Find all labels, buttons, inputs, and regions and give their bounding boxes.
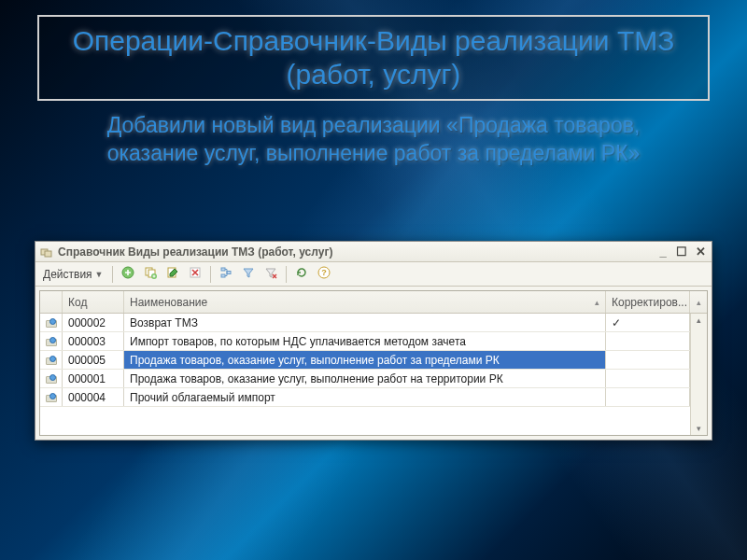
cell-correction [606,332,690,350]
grid-header: Код Наименование▴ Корректиров... ▴ [40,291,707,314]
scroll-down-icon[interactable]: ▾ [695,422,703,435]
chevron-up-icon: ▴ [697,298,701,307]
cell-code: 000004 [63,388,124,406]
window-title: Справочник Виды реализации ТМЗ (работ, у… [58,245,655,259]
row-marker [40,332,63,350]
svg-rect-1 [45,251,51,257]
toolbar-separator [286,266,287,283]
item-icon [46,374,56,384]
delete-x-icon [189,266,202,282]
pencil-icon [166,266,179,282]
slide-subtitle: Добавили новый вид реализации «Продажа т… [75,112,672,168]
app-icon [39,245,54,259]
delete-button[interactable] [185,264,205,285]
item-icon [46,393,56,402]
hierarchy-icon [219,266,233,282]
row-marker [40,388,63,406]
column-marker[interactable] [40,291,63,313]
cell-name: Прочий облагаемый импорт [124,388,606,406]
table-row[interactable]: 000003Импорт товаров, по которым НДС упл… [40,332,707,351]
cell-name: Продажа товаров, оказание услуг, выполне… [124,370,606,387]
row-marker [40,351,63,369]
cell-code: 000001 [63,370,124,387]
table-row[interactable]: 000005Продажа товаров, оказание услуг, в… [40,351,707,370]
grid: Код Наименование▴ Корректиров... ▴ 00000… [39,290,708,436]
toolbar-separator [210,266,211,283]
item-icon [46,318,56,328]
toolbar-separator [112,266,113,283]
cell-correction [606,370,690,387]
edit-button[interactable] [162,264,183,285]
refresh-icon [295,266,308,282]
add-button[interactable] [118,264,138,285]
slide-title-box: Операции-Справочник-Виды реализации ТМЗ … [37,15,710,101]
cell-code: 000005 [63,351,124,369]
filter-clear-button[interactable] [261,264,281,285]
sort-indicator-icon: ▴ [595,298,599,307]
row-marker [40,314,63,331]
minimize-button[interactable]: _ [655,245,670,259]
table-row[interactable]: 000002Возврат ТМЗ✓ [40,314,707,332]
maximize-button[interactable]: ☐ [674,245,689,259]
funnel-icon [242,266,255,282]
scroll-up-icon[interactable]: ▴ [695,314,703,327]
cell-name: Возврат ТМЗ [124,314,606,331]
copy-icon [144,266,157,282]
svg-rect-8 [221,268,225,271]
actions-menu-button[interactable]: Действия ▼ [39,266,107,283]
scroll-header: ▴ [690,291,707,313]
cell-correction [606,351,690,369]
app-window: Справочник Виды реализации ТМЗ (работ, у… [35,241,712,441]
chevron-down-icon: ▼ [95,270,104,279]
table-row[interactable]: 000004Прочий облагаемый импорт [40,388,707,407]
question-icon: ? [317,266,331,282]
cell-code: 000002 [63,314,124,331]
close-button[interactable]: ✕ [693,245,708,259]
item-icon [46,356,56,365]
funnel-clear-icon [264,266,277,282]
column-code[interactable]: Код [63,291,124,313]
cell-name: Продажа товаров, оказание услуг, выполне… [124,351,606,369]
column-name[interactable]: Наименование▴ [124,291,606,313]
hierarchy-button[interactable] [216,264,236,285]
plus-circle-icon [121,266,134,282]
window-controls: _ ☐ ✕ [655,245,708,259]
slide-title: Операции-Справочник-Виды реализации ТМЗ … [58,24,689,91]
copy-button[interactable] [140,264,161,285]
vertical-scrollbar[interactable]: ▴ ▾ [690,314,707,435]
toolbar: Действия ▼ ? [35,262,712,287]
cell-correction: ✓ [606,314,690,331]
cell-code: 000003 [63,332,124,350]
refresh-button[interactable] [291,264,312,285]
column-correction[interactable]: Корректиров... [606,291,690,313]
item-icon [46,337,56,346]
table-row[interactable]: 000001Продажа товаров, оказание услуг, в… [40,370,707,388]
actions-label: Действия [43,268,92,281]
filter-button[interactable] [238,264,259,285]
cell-correction [606,388,690,406]
help-button[interactable]: ? [314,264,334,285]
svg-text:?: ? [321,268,327,277]
cell-name: Импорт товаров, по которым НДС уплачивае… [124,332,606,350]
grid-body: 000002Возврат ТМЗ✓000003Импорт товаров, … [40,314,707,435]
titlebar: Справочник Виды реализации ТМЗ (работ, у… [35,242,712,262]
svg-rect-10 [227,272,231,274]
svg-rect-9 [221,274,225,277]
row-marker [40,370,63,387]
